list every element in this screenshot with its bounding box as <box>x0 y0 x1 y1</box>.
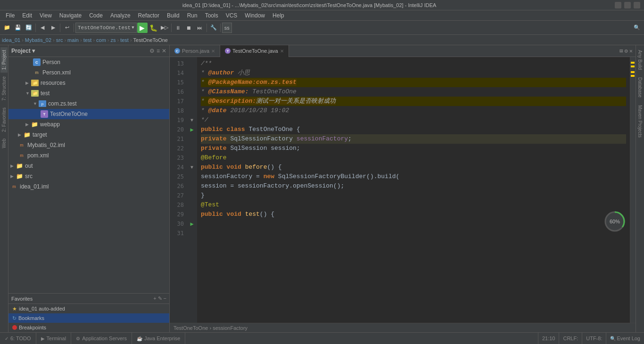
fav-item-breakpoints[interactable]: Breakpoints <box>8 323 169 332</box>
right-tab-anybuild[interactable]: Any Build <box>636 47 644 73</box>
toolbar-back[interactable]: ◀ <box>37 23 48 33</box>
test-tab-close[interactable]: ✕ <box>280 49 284 54</box>
toolbar-open-file[interactable]: 📁 <box>2 23 12 33</box>
toolbar-btn-extra3[interactable]: ⏭ <box>195 23 205 33</box>
breadcrumb: idea_01 › Mybatis_02 › src › main › test… <box>0 35 644 45</box>
toolbar-undo[interactable]: ↩ <box>62 23 72 33</box>
menu-view[interactable]: View <box>36 11 56 20</box>
bottom-tab-javaee[interactable]: ☕ Java Enterprise <box>132 333 185 344</box>
tree-item-src[interactable]: ▶ 📁 src <box>8 171 169 181</box>
code-line-29: @Test <box>201 200 626 210</box>
breadcrumb-idea01[interactable]: idea_01 <box>2 37 20 43</box>
menu-code[interactable]: Code <box>85 11 107 20</box>
fav-add-icon[interactable]: + <box>153 295 156 302</box>
code-content[interactable]: /** * @author 小思 * @PackageName:com.zs.t… <box>197 57 630 323</box>
project-collapse-icon[interactable]: ✕ <box>162 48 166 54</box>
sidebar-tab-structure[interactable]: 7: Structure <box>0 74 8 104</box>
maximize-button[interactable] <box>624 2 631 8</box>
tree-item-label: Person.xml <box>42 69 71 76</box>
person-tab-close[interactable]: ✕ <box>211 49 215 54</box>
run-button[interactable]: ▶ <box>137 23 148 33</box>
fold-icon-19[interactable]: ▼ <box>190 118 193 123</box>
bottom-tab-appservers[interactable]: ⚙ Application Servers <box>71 333 132 344</box>
status-encoding[interactable]: UTF-8: <box>582 333 606 344</box>
right-tab-maven[interactable]: Maven Projects <box>636 102 644 140</box>
scrollbar-area[interactable] <box>630 57 636 323</box>
editor-tab-testonetone[interactable]: T TestOneToOne.java ✕ <box>220 45 289 57</box>
search-everywhere-btn[interactable]: ss <box>222 23 232 33</box>
scroll-marker-yellow2 <box>631 66 635 67</box>
menu-refactor[interactable]: Refactor <box>134 11 163 20</box>
breadcrumb-src[interactable]: src <box>56 37 63 43</box>
fav-item-idea01[interactable]: ★ idea_01 auto-added <box>8 304 169 313</box>
breakpoint-icon <box>12 325 17 330</box>
menu-help[interactable]: Help <box>269 11 288 20</box>
breadcrumb-zs[interactable]: zs <box>110 37 116 43</box>
tree-item-testonetone[interactable]: T TestOneToOne <box>8 109 169 119</box>
search-icon-btn[interactable]: 🔍 <box>632 23 642 33</box>
minimize-button[interactable] <box>615 2 621 8</box>
toolbar-btn-extra2[interactable]: ⏹ <box>184 23 194 33</box>
tree-item-label: webapp <box>40 121 60 128</box>
coverage-button[interactable]: ▶▷ <box>159 23 170 33</box>
project-expand-icon[interactable]: ≡ <box>157 48 160 54</box>
menu-analyze[interactable]: Analyze <box>107 11 134 20</box>
tree-item-test-folder[interactable]: ▼ 📁 test <box>8 88 169 98</box>
folder-arrow-icon: ▶ <box>25 81 31 85</box>
debug-button[interactable]: 🐛 <box>148 23 159 33</box>
close-button[interactable] <box>634 2 640 8</box>
editor-tab-person[interactable]: C Person.java ✕ <box>170 45 220 57</box>
breadcrumb-main[interactable]: main <box>67 37 79 43</box>
toolbar-forward[interactable]: ▶ <box>48 23 58 33</box>
sidebar-tab-favorites[interactable]: 2: Favorites <box>0 105 8 135</box>
toolbar-save[interactable]: 💾 <box>13 23 23 33</box>
tree-item-com-zs-test[interactable]: ▼ p com.zs.test <box>8 98 169 109</box>
bottom-tab-todo[interactable]: ✓ 6: TODO <box>0 333 36 344</box>
tree-item-pom-xml[interactable]: m pom.xml <box>8 150 169 161</box>
breadcrumb-test[interactable]: test <box>83 37 92 43</box>
sidebar-tab-project[interactable]: 1: Project <box>0 47 8 73</box>
tree-item-webapp[interactable]: ▶ 📁 webapp <box>8 119 169 130</box>
breadcrumb-mybatis02[interactable]: Mybatis_02 <box>25 37 51 43</box>
bottom-tab-terminal[interactable]: ▶ Terminal <box>36 333 72 344</box>
tree-item-out[interactable]: ▶ 📁 out <box>8 161 169 171</box>
menu-navigate[interactable]: Navigate <box>56 11 85 20</box>
toolbar-sync[interactable]: 🔄 <box>24 23 34 33</box>
menu-vcs[interactable]: VCS <box>222 11 241 20</box>
menu-build[interactable]: Build <box>163 11 183 20</box>
menu-run[interactable]: Run <box>183 11 201 20</box>
status-line-ending[interactable]: CRLF: <box>559 333 582 344</box>
menu-edit[interactable]: Edit <box>18 11 36 20</box>
menu-tools[interactable]: Tools <box>201 11 222 20</box>
toolbar-btn-extra4[interactable]: 🔧 <box>208 23 219 33</box>
breadcrumb-test2[interactable]: test <box>120 37 129 43</box>
tree-item-person-java[interactable]: C Person <box>8 57 169 67</box>
breadcrumb-testonetone[interactable]: TestOneToOne <box>133 37 168 43</box>
toolbar-btn-extra1[interactable]: ⏸ <box>173 23 183 33</box>
test-java-icon: T <box>41 110 48 118</box>
fav-remove-icon[interactable]: − <box>164 295 166 302</box>
editor-close-icon[interactable]: ✕ <box>629 48 633 55</box>
status-position[interactable]: 21:10 <box>538 333 559 344</box>
status-event-log[interactable]: 🔍 Event Log <box>606 333 644 344</box>
sidebar-tab-web[interactable]: Web <box>0 136 8 151</box>
menu-file[interactable]: File <box>2 11 18 20</box>
tree-item-person-xml[interactable]: m Person.xml <box>8 67 169 78</box>
run-gutter-icon-30[interactable]: ▶ <box>190 221 193 228</box>
right-tab-database[interactable]: Database <box>636 74 644 100</box>
tree-item-idea-iml[interactable]: m idea_01.iml <box>8 181 169 192</box>
fav-edit-icon[interactable]: ✎ <box>158 295 162 302</box>
tree-item-resources[interactable]: ▶ 📁 resources <box>8 78 169 88</box>
breadcrumb-com[interactable]: com <box>96 37 106 43</box>
run-config-dropdown[interactable]: TestOneToOne.test ▼ <box>75 23 137 33</box>
tree-item-target[interactable]: ▶ 📁 target <box>8 130 169 140</box>
project-settings-icon[interactable]: ⚙ <box>149 48 155 54</box>
fav-item-bookmarks[interactable]: ↻ Bookmarks <box>8 313 169 323</box>
menu-window[interactable]: Window <box>241 11 269 20</box>
tree-item-label: src <box>25 173 33 180</box>
tree-item-mybatis-iml[interactable]: m Mybatis_02.iml <box>8 140 169 150</box>
fold-icon-24[interactable]: ▼ <box>190 165 193 170</box>
editor-expand-icon[interactable]: ⊞ <box>619 48 623 55</box>
run-gutter-icon-20[interactable]: ▶ <box>190 126 193 133</box>
editor-settings-icon[interactable]: ⚙ <box>625 48 628 55</box>
